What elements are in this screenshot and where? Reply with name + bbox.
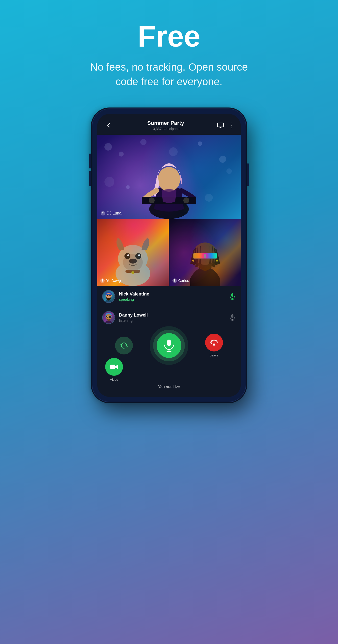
participants-list: Nick Valentine speaking xyxy=(97,286,241,328)
header-center: Summer Party 13,337 participants xyxy=(114,120,217,131)
video-section: DJ Luna xyxy=(97,135,241,286)
mic-icon-dj xyxy=(101,211,105,216)
svg-point-29 xyxy=(109,295,111,296)
carlos-label: Carlos xyxy=(172,278,189,283)
svg-rect-45 xyxy=(167,340,171,346)
svg-rect-49 xyxy=(110,364,115,369)
svg-point-11 xyxy=(124,253,130,259)
danny-info: Danny Lowell listening xyxy=(119,312,225,322)
mic-icon-large xyxy=(157,333,181,358)
svg-rect-48 xyxy=(213,344,215,346)
participant-danny[interactable]: Danny Lowell listening xyxy=(97,307,241,328)
leave-button[interactable]: Leave xyxy=(205,334,223,357)
mic-button[interactable] xyxy=(157,333,181,358)
flip-icon-circle xyxy=(115,336,133,354)
header-actions: ⋮ xyxy=(217,121,235,129)
svg-point-28 xyxy=(107,295,108,296)
svg-point-17 xyxy=(131,271,134,274)
svg-rect-6 xyxy=(102,212,103,214)
video-label: Video xyxy=(110,378,118,382)
nick-status: speaking xyxy=(119,297,225,302)
nick-info: Nick Valentine speaking xyxy=(119,292,225,302)
video-row: Video xyxy=(103,358,235,382)
video-grid: Yo Dawg xyxy=(97,219,241,286)
leave-label: Leave xyxy=(210,354,218,357)
svg-rect-30 xyxy=(231,293,233,297)
participant-nick[interactable]: Nick Valentine speaking xyxy=(97,286,241,307)
svg-point-15 xyxy=(129,258,137,264)
phone-wrapper: Summer Party 13,337 participants ⋮ xyxy=(92,109,246,402)
hero-title: Free xyxy=(82,20,256,52)
svg-point-38 xyxy=(107,316,108,317)
yo-dawg-label: Yo Dawg xyxy=(100,278,121,283)
yo-dawg-video: Yo Dawg xyxy=(97,219,169,286)
hero-subtitle: No fees, no tracking. Open source code f… xyxy=(82,60,256,89)
nick-mic-icon xyxy=(229,293,236,300)
flip-camera-button[interactable] xyxy=(115,336,133,354)
svg-point-14 xyxy=(138,254,140,256)
phone-screen: Summer Party 13,337 participants ⋮ xyxy=(97,114,241,397)
svg-rect-18 xyxy=(102,279,103,281)
mic-icon-carlos xyxy=(172,278,177,283)
svg-point-13 xyxy=(127,254,129,256)
video-button[interactable]: Video xyxy=(105,358,123,382)
nick-name: Nick Valentine xyxy=(119,292,225,297)
channel-name: Summer Party xyxy=(114,120,217,126)
screen-share-icon[interactable] xyxy=(217,122,224,128)
nick-avatar xyxy=(102,290,115,303)
back-button[interactable] xyxy=(103,120,114,131)
live-label: You are Live xyxy=(103,385,235,389)
svg-rect-0 xyxy=(218,123,223,127)
video-icon-circle xyxy=(105,358,123,376)
more-options-icon[interactable]: ⋮ xyxy=(228,121,235,129)
carlos-video: Carlos xyxy=(169,219,241,286)
controls-area: Leave Video You are xyxy=(97,328,241,397)
hero-section: Free No fees, no tracking. Open source c… xyxy=(72,0,266,102)
dj-figure xyxy=(129,145,209,219)
svg-point-41 xyxy=(110,316,111,317)
svg-point-23 xyxy=(216,260,218,262)
main-video-label: DJ Luna xyxy=(101,211,121,216)
danny-name: Danny Lowell xyxy=(119,312,225,318)
participants-count: 13,337 participants xyxy=(114,127,217,131)
app-header: Summer Party 13,337 participants ⋮ xyxy=(97,114,241,135)
main-video: DJ Luna xyxy=(97,135,241,219)
mic-icon-yodawg xyxy=(100,278,105,283)
danny-status: listening xyxy=(119,318,225,322)
danny-mic-icon xyxy=(229,314,236,321)
svg-point-33 xyxy=(105,321,112,324)
svg-point-4 xyxy=(149,198,155,203)
svg-rect-42 xyxy=(231,314,233,318)
controls-row: Leave xyxy=(103,333,235,358)
svg-point-12 xyxy=(135,253,141,259)
svg-rect-21 xyxy=(204,254,206,258)
svg-point-2 xyxy=(158,167,180,192)
leave-icon-circle xyxy=(205,334,223,352)
svg-point-5 xyxy=(183,198,189,203)
svg-point-22 xyxy=(192,260,194,262)
danny-avatar xyxy=(102,311,115,324)
phone-shell: Summer Party 13,337 participants ⋮ xyxy=(92,109,246,402)
svg-rect-24 xyxy=(174,279,175,281)
